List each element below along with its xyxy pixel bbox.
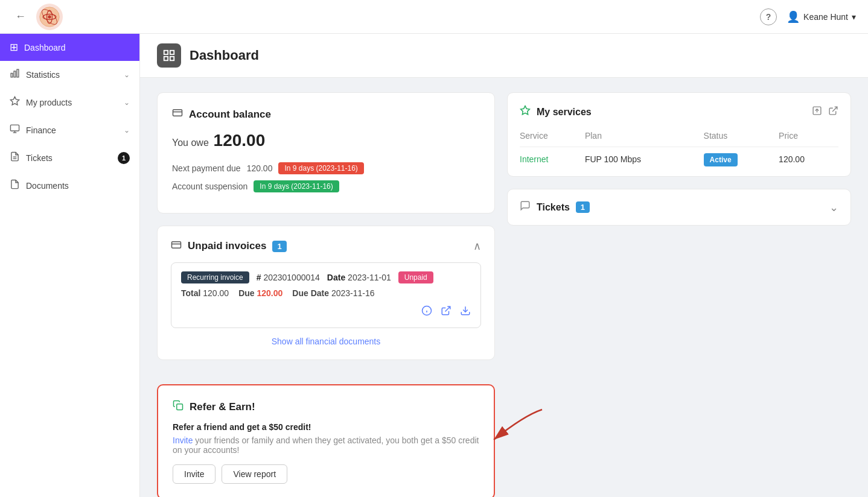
col-service: Service xyxy=(520,128,585,147)
service-plan: FUP 100 Mbps xyxy=(585,147,704,165)
invoice-due-date-label: Due Date xyxy=(292,288,329,298)
balance-amount: You owe 120.00 xyxy=(172,131,480,150)
next-payment-row: Next payment due 120.00 In 9 days (2023-… xyxy=(172,162,480,174)
user-chevron-icon: ▾ xyxy=(852,12,856,22)
svg-rect-6 xyxy=(14,71,16,77)
services-table: Service Plan Status Price Internet FUP 1… xyxy=(520,128,838,164)
svg-rect-5 xyxy=(11,74,13,77)
invoice-line1: Recurring invoice # 202301000014 Date 20… xyxy=(181,271,471,283)
suspension-label: Account suspension xyxy=(172,182,247,191)
content-grid: Account balance You owe 120.00 Next paym… xyxy=(140,78,868,497)
show-all-financial-link[interactable]: Show all financial documents xyxy=(171,337,481,346)
suspension-badge: In 9 days (2023-11-16) xyxy=(254,180,339,192)
invoice-date-label: Date xyxy=(327,273,345,282)
col-price: Price xyxy=(779,128,838,147)
refer-earn-card: Refer & Earn! Refer a friend and get a $… xyxy=(157,384,495,497)
next-payment-badge: In 9 days (2023-11-16) xyxy=(278,162,363,174)
refer-title-row: Refer & Earn! xyxy=(173,400,479,414)
invoice-due-amount: 120.00 xyxy=(257,288,282,298)
suspension-row: Account suspension In 9 days (2023-11-16… xyxy=(172,180,480,192)
logo xyxy=(36,4,63,30)
account-balance-title: Account balance xyxy=(189,109,271,121)
tickets-widget-card[interactable]: Tickets 1 ⌄ xyxy=(507,189,851,226)
refer-desc-text: your friends or family and when they get… xyxy=(173,435,479,455)
tickets-widget-chevron-icon: ⌄ xyxy=(829,201,838,214)
invoice-line2: Total 120.00 Due 120.00 Due Date 2023-11… xyxy=(181,288,471,298)
invoice-collapse-button[interactable]: ∧ xyxy=(473,239,481,253)
help-button[interactable]: ? xyxy=(760,8,777,25)
my-products-icon xyxy=(10,96,20,109)
invoice-icon xyxy=(171,239,182,253)
dashboard-icon: ⊞ xyxy=(10,41,18,54)
invoice-status-badge: Unpaid xyxy=(398,271,433,283)
invoice-type-badge: Recurring invoice xyxy=(181,271,249,283)
invoice-total-label: Total xyxy=(181,288,200,298)
account-balance-title-row: Account balance xyxy=(172,107,480,121)
invoice-download-button[interactable] xyxy=(460,305,471,319)
statistics-icon xyxy=(10,68,20,81)
user-name: Keane Hunt xyxy=(803,12,848,22)
svg-point-3 xyxy=(48,15,51,18)
invoice-row: Recurring invoice # 202301000014 Date 20… xyxy=(171,262,481,328)
sidebar-item-my-products[interactable]: My products ⌄ xyxy=(0,89,139,116)
app-body: ⊞ Dashboard Statistics ⌄ My products ⌄ F… xyxy=(0,34,868,497)
tickets-widget-badge: 1 xyxy=(576,201,590,213)
invoice-actions xyxy=(181,305,471,319)
invoice-title: Unpaid invoices xyxy=(188,240,266,252)
svg-line-25 xyxy=(445,306,450,311)
next-payment-label: Next payment due xyxy=(172,163,241,173)
balance-value: 120.00 xyxy=(214,131,266,150)
services-header: My services xyxy=(520,105,838,119)
refer-subtitle: Refer a friend and get a $50 credit! xyxy=(173,422,479,432)
refer-invite-link[interactable]: Invite xyxy=(173,435,193,445)
sidebar-item-dashboard[interactable]: ⊞ Dashboard xyxy=(0,34,139,61)
invoice-due-label: Due xyxy=(238,288,254,298)
invoice-number: # 202301000014 xyxy=(257,273,320,282)
services-title: My services xyxy=(537,107,592,118)
right-panel: My services xyxy=(507,92,851,497)
refer-title: Refer & Earn! xyxy=(190,401,255,413)
invoice-open-button[interactable] xyxy=(441,305,452,319)
sidebar-item-finance[interactable]: Finance ⌄ xyxy=(0,116,139,144)
back-button[interactable]: ← xyxy=(12,8,29,25)
service-internet-link[interactable]: Internet xyxy=(520,154,548,164)
col-status: Status xyxy=(704,128,779,147)
view-report-button[interactable]: View report xyxy=(222,464,287,484)
invoice-info-button[interactable] xyxy=(421,305,432,319)
svg-rect-15 xyxy=(170,51,174,54)
page-title: Dashboard xyxy=(190,48,259,63)
services-import-icon[interactable] xyxy=(812,106,822,118)
sidebar-item-documents[interactable]: Documents xyxy=(0,172,139,200)
finance-chevron-icon: ⌄ xyxy=(124,126,130,135)
svg-rect-9 xyxy=(10,125,19,131)
page-header: Dashboard xyxy=(140,34,868,78)
sidebar-label-dashboard: Dashboard xyxy=(24,43,130,52)
invoice-title-row: Unpaid invoices 1 xyxy=(171,239,287,253)
invoice-due-date: Due Date 2023-11-16 xyxy=(292,288,374,298)
service-price: 120.00 xyxy=(779,147,838,165)
topbar-right: ? 👤 Keane Hunt ▾ xyxy=(760,8,856,25)
sidebar-label-tickets: Tickets xyxy=(26,153,112,163)
col-plan: Plan xyxy=(585,128,704,147)
services-external-link-icon[interactable] xyxy=(828,106,838,118)
tickets-widget-left: Tickets 1 xyxy=(520,200,590,214)
tickets-icon xyxy=(10,151,20,165)
next-payment-amount: 120.00 xyxy=(247,163,273,173)
invoice-due: Due 120.00 xyxy=(238,288,282,298)
balance-owe-label: You owe xyxy=(172,138,209,148)
sidebar: ⊞ Dashboard Statistics ⌄ My products ⌄ F… xyxy=(0,34,140,497)
statistics-chevron-icon: ⌄ xyxy=(124,71,130,79)
documents-icon xyxy=(10,179,20,192)
svg-rect-16 xyxy=(164,57,168,60)
sidebar-item-tickets[interactable]: Tickets 1 xyxy=(0,144,139,172)
user-menu-button[interactable]: 👤 Keane Hunt ▾ xyxy=(787,10,856,24)
sidebar-label-statistics: Statistics xyxy=(26,70,118,80)
services-actions xyxy=(812,106,838,118)
sidebar-item-statistics[interactable]: Statistics ⌄ xyxy=(0,61,139,89)
refer-icon xyxy=(173,400,183,414)
main-content: Dashboard Account balance You owe 120.00 xyxy=(140,34,868,497)
invite-button[interactable]: Invite xyxy=(173,464,215,484)
refer-buttons: Invite View report xyxy=(173,464,479,484)
svg-line-32 xyxy=(832,107,837,112)
refer-desc: Invite your friends or family and when t… xyxy=(173,435,479,455)
